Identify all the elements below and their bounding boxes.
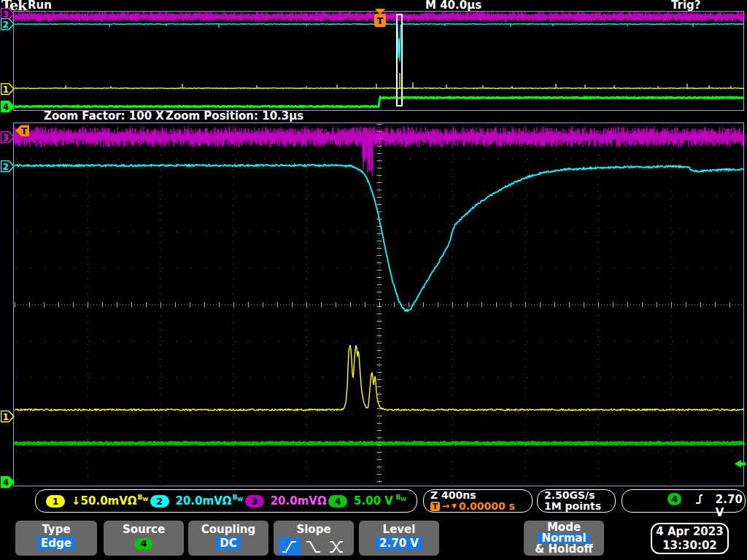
channel-1-badge: 1	[46, 495, 65, 508]
channel-3-readout: 3 20.0mVΩ	[245, 494, 327, 508]
level-button[interactable]: Level 2.70 V	[359, 521, 439, 556]
zoom-factor-label: Zoom Factor: 100 X	[44, 109, 164, 122]
trigger-level-arrow	[733, 458, 746, 472]
svg-text:2: 2	[3, 20, 9, 30]
trigger-readout-box: 4 2.70 V	[622, 489, 746, 513]
trigger-status: Trig?	[671, 0, 701, 12]
trigger-position-flag-main: T	[15, 125, 30, 140]
type-value: Edge	[37, 537, 75, 550]
level-value: 2.70 V	[376, 537, 422, 550]
zoom-scale-readout: Z 400ns	[430, 490, 532, 501]
rising-edge-icon	[694, 493, 702, 505]
channel-1-overview-marker: 1	[1, 83, 15, 96]
slope-rising-option[interactable]	[279, 537, 301, 556]
datetime-display: 4 Apr 2023 13:30:02	[651, 523, 729, 554]
record-length-readout: 1M points	[544, 501, 615, 512]
channel-3-marker: 3	[1, 131, 15, 144]
sample-rate-readout: 2.50GS/s	[544, 490, 615, 501]
acquisition-status: Run	[28, 0, 52, 12]
channel-readouts-box: 1 ↓50.0mVΩ BW 2 20.0mVΩ BW 3 20.0mVΩ 4 5…	[35, 489, 417, 513]
falling-slope-icon	[304, 538, 323, 556]
channel-1-marker: 1	[1, 411, 15, 423]
zoom-window-indicator[interactable]	[396, 14, 403, 106]
slope-button[interactable]: Slope	[274, 521, 354, 556]
channel-4-marker: 4	[1, 476, 15, 489]
slope-either-option[interactable]	[327, 537, 349, 556]
acquisition-box: 2.50GS/s 1M points	[537, 489, 616, 513]
svg-text:T: T	[21, 126, 28, 136]
svg-text:T: T	[377, 15, 384, 26]
type-button[interactable]: Type Edge	[15, 521, 97, 556]
svg-text:1: 1	[3, 412, 9, 422]
channel-4-overview-marker: 4	[1, 101, 15, 113]
mode-button[interactable]: Mode Normal & Holdoff	[524, 521, 604, 556]
trigger-flag-icon: T	[430, 502, 440, 511]
svg-text:4: 4	[3, 478, 9, 488]
trigger-source-badge: 4	[667, 493, 681, 505]
source-channel-badge: 4	[135, 538, 152, 550]
bandwidth-limit-icon: BW	[233, 494, 244, 502]
svg-text:2: 2	[3, 162, 9, 172]
channel-4-readout: 4 5.00 V	[328, 494, 393, 508]
arrow-right-icon: →	[442, 501, 449, 511]
date-readout: 4 Apr 2023	[652, 525, 727, 539]
channel-2-marker: 2	[1, 160, 15, 173]
svg-text:1: 1	[3, 85, 9, 95]
slope-falling-option[interactable]	[303, 537, 325, 556]
svg-text:3: 3	[3, 133, 9, 143]
zoom-delay-readout: 0.00000 s	[459, 501, 515, 511]
timebase-readout: M 40.0µs	[425, 0, 481, 12]
channel-2-badge: 2	[150, 495, 169, 508]
zoom-scale-box: Z 400ns T→▼0.00000 s	[423, 489, 533, 513]
coupling-value: DC	[216, 537, 240, 550]
trigger-position-flag-overview: T	[373, 8, 387, 32]
main-window	[13, 122, 744, 486]
triangle-down-icon: ▼	[452, 501, 457, 511]
bandwidth-limit-icon: BW	[395, 494, 406, 502]
channel-2-readout: 2 20.0mVΩ BW	[150, 494, 244, 508]
source-button[interactable]: Source 4	[104, 521, 184, 556]
channel-1-readout: 1 ↓50.0mVΩ BW	[46, 494, 148, 508]
svg-text:4: 4	[3, 102, 9, 112]
rising-slope-icon	[280, 538, 299, 556]
either-slope-icon	[328, 538, 347, 556]
zoom-position-label: Zoom Position: 10.3µs	[166, 109, 303, 122]
channel-2-overview-marker: 2	[1, 18, 15, 31]
bandwidth-limit-icon: BW	[138, 494, 149, 502]
time-readout: 13:30:02	[652, 539, 727, 553]
trigger-level-readout: 2.70 V	[716, 493, 745, 519]
channel-4-badge: 4	[328, 495, 347, 508]
channel-3-badge: 3	[245, 495, 264, 508]
coupling-button[interactable]: Coupling DC	[188, 521, 268, 556]
